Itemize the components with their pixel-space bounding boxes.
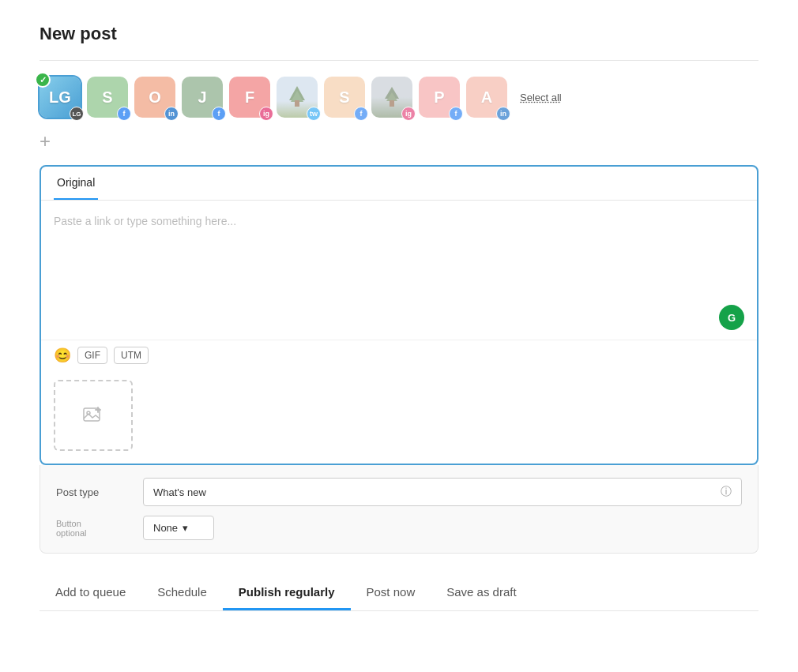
social-badge-in: in [164, 107, 179, 121]
social-badge-fb4: f [449, 107, 463, 121]
account-tree-tw[interactable]: tw [277, 77, 318, 118]
account-s-fb[interactable]: S f [87, 77, 128, 118]
account-letter: P [434, 88, 444, 107]
social-badge-lg: LG [70, 107, 84, 121]
tab-add-to-queue[interactable]: Add to queue [40, 576, 141, 610]
post-text-input[interactable] [54, 213, 744, 324]
post-type-row: Post type What's new ⓘ [56, 478, 742, 506]
account-j-fb[interactable]: J f [182, 77, 223, 118]
post-type-select[interactable]: What's new ⓘ [143, 478, 742, 506]
account-letter: O [149, 88, 161, 107]
post-type-info-icon[interactable]: ⓘ [721, 485, 732, 499]
post-editor: Original G 😊 GIF UTM [40, 165, 758, 465]
tab-save-draft[interactable]: Save as draft [431, 576, 532, 610]
account-a-in[interactable]: A in [466, 77, 507, 118]
account-letter: LG [49, 88, 71, 107]
social-badge-fb: f [117, 107, 131, 121]
account-letter: S [339, 88, 349, 107]
tab-post-now[interactable]: Post now [351, 576, 431, 610]
account-tree2-ig[interactable]: ig [371, 77, 412, 118]
account-letter: J [198, 88, 206, 107]
account-p-fb[interactable]: P f [419, 77, 460, 118]
account-letter: F [245, 88, 254, 107]
post-options: Post type What's new ⓘ Button optional N… [40, 465, 758, 554]
add-account-button[interactable]: + [40, 130, 51, 152]
tree2-icon [378, 83, 406, 111]
editor-tabs: Original [41, 167, 757, 201]
social-badge-fb3: f [354, 107, 368, 121]
account-letter: A [481, 88, 492, 107]
social-badge-fb2: f [212, 107, 226, 121]
account-o-in[interactable]: O in [134, 77, 175, 118]
social-badge-ig2: ig [401, 107, 416, 121]
utm-button[interactable]: UTM [114, 347, 149, 364]
accounts-row: ✓ LG LG S f O in J f F ig tw S f [40, 77, 758, 118]
media-upload-button[interactable] [54, 380, 133, 451]
button-select[interactable]: None ▾ [143, 516, 214, 540]
editor-content: G [41, 201, 757, 340]
button-option-label: Button optional [56, 519, 143, 538]
account-lg[interactable]: ✓ LG LG [40, 77, 81, 118]
tab-publish-regularly[interactable]: Publish regularly [223, 576, 351, 610]
account-letter: S [102, 88, 112, 107]
check-badge: ✓ [35, 72, 51, 88]
svg-rect-5 [390, 100, 394, 107]
action-tabs: Add to queue Schedule Publish regularly … [40, 576, 758, 611]
gif-button[interactable]: GIF [77, 347, 107, 364]
social-badge-in2: in [496, 107, 510, 121]
tab-original[interactable]: Original [54, 167, 98, 200]
post-type-label: Post type [56, 486, 143, 498]
grammarly-button[interactable]: G [719, 305, 744, 330]
chevron-down-icon: ▾ [183, 522, 188, 534]
select-all-button[interactable]: Select all [520, 92, 562, 103]
tab-schedule[interactable]: Schedule [141, 576, 223, 610]
tree-icon [283, 83, 311, 111]
account-s-fb2[interactable]: S f [324, 77, 365, 118]
social-badge-ig: ig [259, 107, 273, 121]
header-divider [40, 60, 758, 61]
emoji-button[interactable]: 😊 [54, 347, 71, 364]
svg-rect-2 [295, 100, 299, 107]
button-row: Button optional None ▾ [56, 516, 742, 540]
social-badge-tw: tw [307, 107, 321, 121]
editor-toolbar: 😊 GIF UTM [41, 340, 757, 370]
image-add-icon [82, 404, 104, 426]
page-title: New post [40, 24, 758, 44]
account-f-ig[interactable]: F ig [229, 77, 270, 118]
